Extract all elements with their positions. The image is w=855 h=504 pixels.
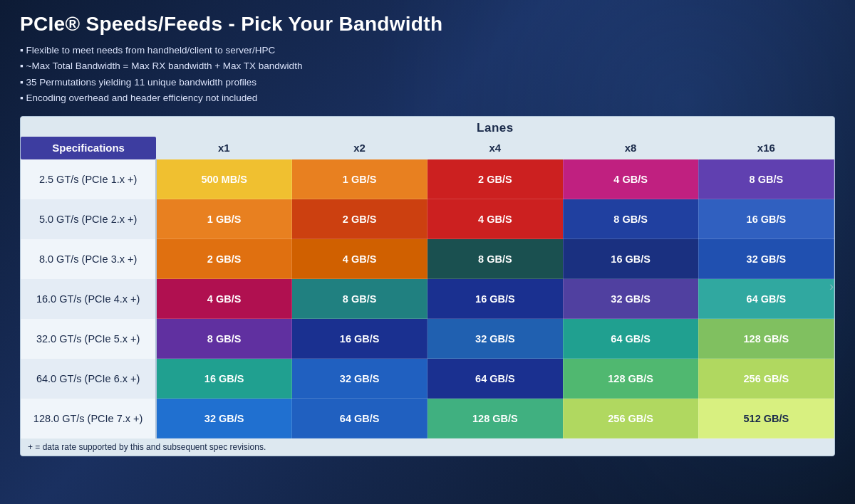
bandwidth-cell: 64 GB/S: [292, 399, 428, 439]
bullet-1: Flexible to meet needs from handheld/cli…: [20, 43, 835, 58]
spec-cell: 8.0 GT/s (PCIe 3.x +): [21, 239, 156, 279]
spec-cell: 2.5 GT/s (PCIe 1.x +): [21, 159, 156, 199]
bandwidth-cell: 32 GB/S: [428, 319, 563, 359]
bandwidth-cell: 32 GB/S: [698, 239, 834, 279]
bandwidth-cell: 2 GB/S: [292, 199, 428, 239]
bandwidth-cell: 2 GB/S: [156, 239, 291, 279]
bullets-section: Flexible to meet needs from handheld/cli…: [20, 43, 835, 106]
lanes-header-row: Lanes: [21, 117, 834, 137]
bandwidth-cell: 16 GB/S: [698, 199, 834, 239]
table-row: 16.0 GT/s (PCIe 4.x +)4 GB/S8 GB/S16 GB/…: [21, 279, 834, 319]
bandwidth-cell: 32 GB/S: [563, 279, 698, 319]
bandwidth-table-container: Lanes Specifications x1 x2 x4 x8 x16 2.5…: [20, 116, 835, 456]
chevron-right-icon: ›: [829, 279, 834, 294]
bandwidth-cell: 4 GB/S: [156, 279, 291, 319]
bandwidth-cell: 64 GB/S: [563, 319, 698, 359]
bandwidth-cell: 8 GB/S: [292, 279, 428, 319]
bandwidth-cell: 16 GB/S: [428, 279, 563, 319]
lanes-label: Lanes: [156, 117, 834, 137]
spec-column-header: Specifications: [21, 137, 156, 159]
bandwidth-cell: 8 GB/S: [698, 159, 834, 199]
spec-cell: 64.0 GT/s (PCIe 6.x +): [21, 359, 156, 399]
spec-cell: 5.0 GT/s (PCIe 2.x +): [21, 199, 156, 239]
bandwidth-cell: 128 GB/S: [428, 399, 563, 439]
bandwidth-cell: 16 GB/S: [563, 239, 698, 279]
bandwidth-cell: 4 GB/S: [563, 159, 698, 199]
bandwidth-cell: 16 GB/S: [156, 359, 291, 399]
bandwidth-cell: 4 GB/S: [292, 239, 428, 279]
bandwidth-cell: 1 GB/S: [292, 159, 428, 199]
lane-x1-header: x1: [156, 137, 291, 159]
bullet-4: Encoding overhead and header efficiency …: [20, 90, 835, 106]
lane-x2-header: x2: [292, 137, 428, 159]
bandwidth-cell: 8 GB/S: [563, 199, 698, 239]
bandwidth-cell: 128 GB/S: [698, 319, 834, 359]
bandwidth-cell: 128 GB/S: [563, 359, 698, 399]
bandwidth-cell: 64 GB/S: [428, 359, 563, 399]
table-row: 5.0 GT/s (PCIe 2.x +)1 GB/S2 GB/S4 GB/S8…: [21, 199, 834, 239]
lanes-empty-cell: [21, 117, 156, 137]
bullet-3: 35 Permutations yielding 11 unique bandw…: [20, 75, 835, 90]
bandwidth-cell: 512 GB/S: [698, 399, 834, 439]
table-row: 2.5 GT/s (PCIe 1.x +)500 MB/S1 GB/S2 GB/…: [21, 159, 834, 199]
column-header-row: Specifications x1 x2 x4 x8 x16: [21, 137, 834, 159]
spec-cell: 16.0 GT/s (PCIe 4.x +): [21, 279, 156, 319]
lane-x8-header: x8: [563, 137, 698, 159]
lane-x16-header: x16: [698, 137, 834, 159]
bandwidth-cell: 32 GB/S: [156, 399, 291, 439]
bandwidth-cell: 16 GB/S: [292, 319, 428, 359]
lane-x4-header: x4: [428, 137, 563, 159]
table-row: 32.0 GT/s (PCIe 5.x +)8 GB/S16 GB/S32 GB…: [21, 319, 834, 359]
footer-row: + = data rate supported by this and subs…: [21, 439, 834, 456]
bandwidth-cell: 8 GB/S: [428, 239, 563, 279]
bandwidth-cell: 1 GB/S: [156, 199, 291, 239]
bandwidth-cell: 64 GB/S: [698, 279, 834, 319]
bandwidth-cell: 8 GB/S: [156, 319, 291, 359]
table-row: 128.0 GT/s (PCIe 7.x +)32 GB/S64 GB/S128…: [21, 399, 834, 439]
spec-cell: 32.0 GT/s (PCIe 5.x +): [21, 319, 156, 359]
bandwidth-cell: 2 GB/S: [428, 159, 563, 199]
bullet-2: ~Max Total Bandwidth = Max RX bandwidth …: [20, 58, 835, 74]
bandwidth-table: Lanes Specifications x1 x2 x4 x8 x16 2.5…: [21, 117, 834, 456]
page-title: PCIe® Speeds/Feeds - Pick Your Bandwidth: [20, 13, 835, 36]
table-row: 64.0 GT/s (PCIe 6.x +)16 GB/S32 GB/S64 G…: [21, 359, 834, 399]
spec-cell: 128.0 GT/s (PCIe 7.x +): [21, 399, 156, 439]
bandwidth-cell: 32 GB/S: [292, 359, 428, 399]
content-wrapper: PCIe® Speeds/Feeds - Pick Your Bandwidth…: [0, 0, 855, 465]
bandwidth-cell: 256 GB/S: [698, 359, 834, 399]
bandwidth-cell: 256 GB/S: [563, 399, 698, 439]
bandwidth-cell: 500 MB/S: [156, 159, 291, 199]
table-wrapper: Lanes Specifications x1 x2 x4 x8 x16 2.5…: [20, 116, 835, 456]
footer-note: + = data rate supported by this and subs…: [21, 439, 834, 456]
table-row: 8.0 GT/s (PCIe 3.x +)2 GB/S4 GB/S8 GB/S1…: [21, 239, 834, 279]
bandwidth-cell: 4 GB/S: [428, 199, 563, 239]
